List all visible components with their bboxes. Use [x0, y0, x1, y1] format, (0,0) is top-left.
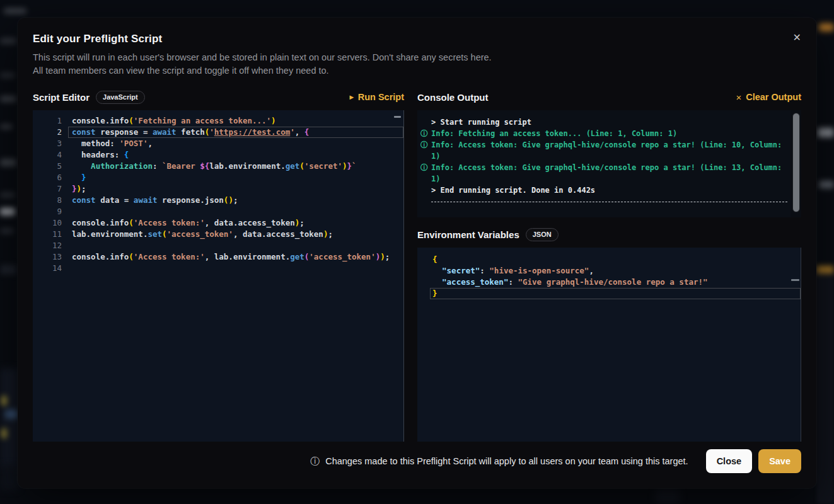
- console-text: > Start running script: [431, 117, 531, 128]
- backdrop-panel: [0, 369, 18, 468]
- console-scrollbar-thumb[interactable]: [792, 113, 800, 212]
- console-output-title: Console Output: [417, 92, 489, 103]
- code-line: 13console.info('Access token:', lab.envi…: [33, 251, 403, 263]
- clear-icon: ×: [736, 93, 741, 102]
- backdrop-strip: [816, 271, 834, 504]
- code-line: 7});: [33, 183, 403, 195]
- code-line: 3 method: 'POST',: [33, 138, 403, 149]
- console-text: > End running script. Done in 0.442s: [431, 185, 595, 196]
- backdrop-blur-blob: [0, 72, 15, 78]
- console-row: ⓘInfo: Fetching an access token... (Line…: [417, 128, 801, 139]
- code-line: 1console.info('Fetching an access token.…: [33, 115, 403, 127]
- run-script-label: Run Script: [358, 92, 404, 102]
- backdrop-blur-blob: [0, 465, 19, 490]
- console-row: ⓘInfo: Access token: Give graphql-hive/c…: [417, 139, 801, 151]
- modal-footer: ⓘ Changes made to this Preflight Script …: [33, 449, 801, 473]
- info-circle-icon: ⓘ: [417, 162, 431, 173]
- backdrop-blur-blob: [1, 396, 7, 406]
- clear-output-button[interactable]: × Clear Output: [736, 92, 801, 102]
- backdrop-blur-blob: [0, 192, 15, 198]
- close-button[interactable]: Close: [706, 449, 753, 473]
- info-circle-icon: ⓘ: [417, 128, 431, 139]
- backdrop-blur-blob: [0, 208, 15, 215]
- backdrop-blur-blob: [4, 8, 26, 14]
- code-line: 12: [33, 240, 403, 251]
- console-column: Console Output × Clear Output > Start ru…: [417, 89, 801, 442]
- environment-header: Environment Variables JSON: [417, 226, 801, 243]
- backdrop-blur-blob: [816, 266, 834, 273]
- env-line: "secret": "hive-is-open-source",: [417, 265, 801, 277]
- backdrop-blur-blob: [0, 96, 16, 102]
- code-line: 9: [33, 206, 403, 217]
- modal-description-line1: This script will run in each user's brow…: [33, 51, 801, 64]
- backdrop-blur-blob: [5, 410, 18, 419]
- console-text: Info: Fetching an access token... (Line:…: [431, 128, 677, 139]
- script-editor-title: Script Editor: [33, 92, 90, 103]
- code-line: 6 }: [33, 172, 403, 183]
- script-editor[interactable]: 1console.info('Fetching an access token.…: [33, 110, 404, 442]
- console-text: 1): [431, 151, 440, 162]
- console-icon-spacer: [417, 151, 431, 162]
- backdrop-blur-blob: [0, 265, 16, 275]
- modal-title: Edit your Preflight Script: [33, 33, 801, 45]
- code-line: 8const data = await response.json();: [33, 195, 403, 206]
- clear-output-label: Clear Output: [746, 92, 801, 102]
- script-editor-header: Script Editor JavaScript ▸ Run Script: [33, 89, 404, 105]
- environment-editor[interactable]: { "secret": "hive-is-open-source", "acce…: [417, 248, 801, 442]
- console-text: Info: Access token: Give graphql-hive/co…: [431, 139, 782, 151]
- console-row: ⓘInfo: Access token: Give graphql-hive/c…: [417, 162, 801, 173]
- console-row: > End running script. Done in 0.442s: [417, 185, 801, 196]
- footer-buttons: Close Save: [706, 449, 801, 473]
- backdrop-blur-blob: [819, 181, 834, 188]
- code-line: 2const response = await fetch('https://t…: [33, 127, 403, 138]
- code-line: 10console.info('Access token:', data.acc…: [33, 217, 403, 229]
- backdrop-blur-blob: [0, 228, 14, 234]
- console-icon-spacer: [417, 173, 431, 185]
- code-line: 14: [33, 263, 403, 274]
- console-row: 1): [417, 151, 801, 162]
- console-row: 1): [417, 173, 801, 185]
- modal-description-line2: All team members can view the script and…: [33, 64, 801, 77]
- javascript-badge: JavaScript: [96, 91, 145, 104]
- close-icon[interactable]: ✕: [791, 30, 804, 45]
- backdrop-blur-blob: [0, 38, 16, 44]
- console-separator: [431, 202, 787, 202]
- code-line: 11lab.environment.set('access_token', da…: [33, 229, 403, 240]
- console-text: Info: Access token: Give graphql-hive/co…: [431, 162, 782, 173]
- env-line: {: [417, 254, 801, 265]
- footer-note: ⓘ Changes made to this Preflight Script …: [310, 455, 688, 467]
- backdrop-blur-blob: [818, 128, 834, 137]
- footer-note-text: Changes made to this Preflight Script wi…: [325, 456, 688, 466]
- console-text: 1): [431, 173, 440, 185]
- console-row: > Start running script: [417, 117, 801, 128]
- modal-description: This script will run in each user's brow…: [33, 51, 801, 77]
- modal-columns: Script Editor JavaScript ▸ Run Script 1c…: [33, 89, 801, 442]
- save-button[interactable]: Save: [758, 449, 801, 473]
- run-script-button[interactable]: ▸ Run Script: [350, 92, 404, 102]
- preflight-script-modal: ✕ Edit your Preflight Script This script…: [18, 18, 816, 488]
- code-line: 5 Authorization: `Bearer ${lab.environme…: [33, 161, 403, 172]
- environment-variables-title: Environment Variables: [417, 229, 519, 240]
- backdrop-blur-blob: [819, 23, 834, 32]
- play-icon: ▸: [350, 93, 354, 101]
- backdrop-blur-blob: [1, 428, 7, 438]
- info-circle-icon: ⓘ: [417, 139, 431, 151]
- backdrop-blur-blob: [656, 489, 680, 504]
- backdrop-blur-blob: [0, 159, 16, 166]
- json-badge: JSON: [526, 228, 559, 241]
- env-line: }: [417, 288, 801, 299]
- env-line: "access_token": "Give graphql-hive/conso…: [417, 277, 801, 288]
- code-line: 4 headers: {: [33, 149, 403, 161]
- info-circle-icon: ⓘ: [310, 455, 320, 467]
- backdrop-blur-blob: [0, 124, 13, 129]
- console-icon-spacer: [417, 117, 431, 128]
- script-editor-column: Script Editor JavaScript ▸ Run Script 1c…: [33, 89, 404, 442]
- console-icon-spacer: [417, 185, 431, 196]
- console-header: Console Output × Clear Output: [417, 89, 801, 105]
- console-output: > Start running scriptⓘInfo: Fetching an…: [417, 110, 801, 217]
